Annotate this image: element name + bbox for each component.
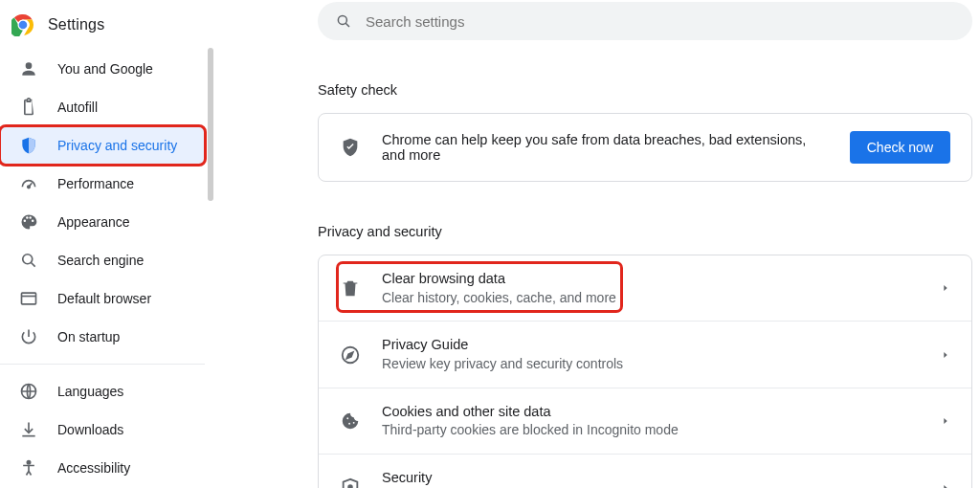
power-icon — [19, 327, 38, 346]
shield-check-icon — [340, 137, 361, 158]
sidebar-item-label: Accessibility — [57, 460, 130, 476]
clipboard-icon — [19, 98, 38, 117]
search-icon — [19, 251, 38, 270]
privacy-security-section: Privacy and security Clear browsing data… — [318, 224, 972, 488]
sidebar: Settings You and Google Autofill Privacy… — [0, 0, 216, 488]
chevron-right-icon — [941, 483, 950, 488]
compass-icon — [340, 344, 361, 366]
row-desc: Third-party cookies are blocked in Incog… — [382, 421, 920, 439]
sidebar-item-performance[interactable]: Performance — [0, 165, 205, 203]
row-desc: Review key privacy and security controls — [382, 355, 920, 373]
sidebar-separator — [0, 364, 205, 365]
sidebar-item-label: Search engine — [57, 253, 144, 268]
svg-point-2 — [19, 21, 28, 30]
row-clear-browsing-data[interactable]: Clear browsing data Clear history, cooki… — [319, 255, 971, 321]
chevron-right-icon — [941, 416, 950, 426]
sidebar-item-label: Performance — [57, 176, 134, 191]
svg-point-4 — [23, 255, 33, 264]
sidebar-item-privacy-and-security[interactable]: Privacy and security — [0, 126, 205, 165]
chevron-right-icon — [941, 350, 950, 360]
row-desc: Clear history, cookies, cache, and more — [382, 289, 920, 307]
row-title: Security — [382, 469, 920, 488]
search-settings[interactable] — [318, 2, 972, 40]
row-title: Privacy Guide — [382, 336, 920, 355]
speedometer-icon — [19, 174, 38, 193]
row-security[interactable]: Security Safe Browsing (protection from … — [319, 454, 971, 488]
chevron-right-icon — [941, 283, 950, 293]
search-icon — [335, 12, 352, 30]
search-input[interactable] — [366, 13, 955, 30]
sidebar-item-label: Autofill — [57, 100, 98, 115]
main-content: Safety check Chrome can help keep you sa… — [216, 0, 980, 488]
sidebar-item-label: Languages — [57, 384, 123, 399]
sidebar-item-label: Downloads — [57, 422, 123, 437]
check-now-button[interactable]: Check now — [850, 131, 950, 164]
section-title-privacy: Privacy and security — [318, 224, 972, 239]
section-title-safety: Safety check — [318, 82, 972, 98]
sidebar-item-languages[interactable]: Languages — [0, 372, 205, 410]
trash-icon — [340, 277, 361, 299]
sidebar-item-label: On startup — [57, 329, 120, 344]
sidebar-item-label: Default browser — [57, 291, 151, 306]
sidebar-item-on-startup[interactable]: On startup — [0, 318, 205, 356]
row-cookies[interactable]: Cookies and other site data Third-party … — [319, 388, 971, 454]
browser-window-icon — [19, 289, 38, 308]
sidebar-item-autofill[interactable]: Autofill — [0, 88, 205, 126]
safety-text: Chrome can help keep you safe from data … — [382, 132, 829, 163]
row-title: Clear browsing data — [382, 270, 920, 289]
row-title: Cookies and other site data — [382, 403, 920, 422]
sidebar-scrollbar[interactable] — [208, 48, 213, 450]
svg-rect-5 — [22, 293, 36, 304]
sidebar-item-label: Privacy and security — [57, 138, 177, 153]
sidebar-item-search-engine[interactable]: Search engine — [0, 241, 205, 279]
sidebar-item-default-browser[interactable]: Default browser — [0, 279, 205, 318]
svg-point-8 — [338, 15, 346, 24]
palette-icon — [19, 212, 38, 232]
sidebar-item-downloads[interactable]: Downloads — [0, 410, 205, 449]
chrome-logo-icon — [11, 13, 34, 36]
person-icon — [19, 59, 38, 78]
page-title: Settings — [48, 16, 104, 33]
sidebar-item-appearance[interactable]: Appearance — [0, 203, 205, 241]
sidebar-item-label: Appearance — [57, 214, 130, 230]
globe-icon — [19, 382, 38, 401]
safety-card: Chrome can help keep you safe from data … — [318, 113, 972, 182]
sidebar-item-you-and-google[interactable]: You and Google — [0, 50, 205, 88]
scrollbar-thumb[interactable] — [208, 48, 213, 201]
settings-header: Settings — [0, 0, 216, 50]
sidebar-item-label: You and Google — [57, 61, 153, 77]
privacy-card: Clear browsing data Clear history, cooki… — [318, 255, 972, 488]
security-shield-icon — [340, 477, 361, 488]
cookie-icon — [340, 410, 361, 432]
row-privacy-guide[interactable]: Privacy Guide Review key privacy and sec… — [319, 321, 971, 387]
sidebar-item-accessibility[interactable]: Accessibility — [0, 449, 205, 487]
safety-check-section: Safety check Chrome can help keep you sa… — [318, 82, 972, 182]
shield-icon — [19, 136, 38, 155]
accessibility-icon — [19, 458, 38, 477]
download-icon — [19, 420, 38, 439]
svg-point-7 — [27, 461, 30, 464]
